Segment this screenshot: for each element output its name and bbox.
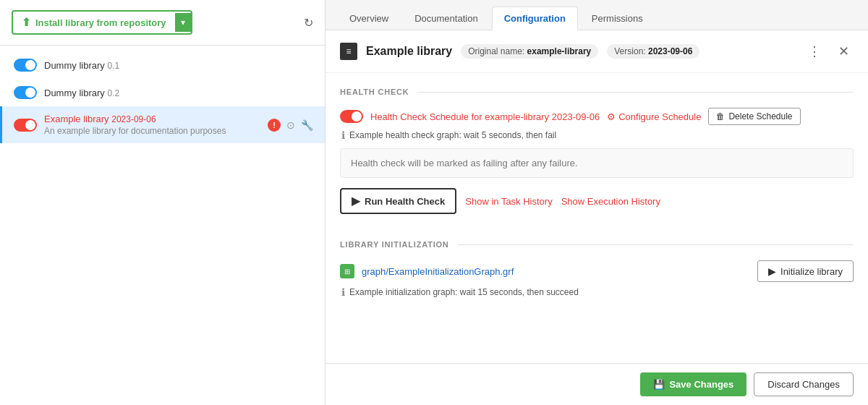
tab-permissions[interactable]: Permissions — [579, 7, 655, 30]
health-check-row: Health Check Schedule for example-librar… — [340, 108, 854, 125]
install-library-button[interactable]: ⬆ Install library from repository — [13, 12, 175, 33]
trash-icon: 🗑 — [716, 111, 725, 122]
settings-icon[interactable]: ⊙ — [286, 119, 295, 131]
library-info-3: Example library 2023-09-06 An example li… — [44, 114, 260, 136]
initialize-library-button[interactable]: ▶ Initialize library — [757, 260, 854, 282]
show-task-history-button[interactable]: Show in Task History — [465, 196, 552, 207]
info-icon: ℹ — [341, 129, 345, 141]
footer: 💾 Save Changes Discard Changes — [326, 363, 868, 405]
left-panel: ⬆ Install library from repository ▾ ↻ Du… — [0, 0, 326, 405]
health-check-info-text: Example health check graph: wait 5 secon… — [349, 130, 556, 140]
original-name-badge: Original name: example-library — [461, 44, 598, 59]
library-list: Dummy library 0.1 Dummy library 0.2 Exam… — [0, 46, 325, 405]
run-health-check-button[interactable]: ▶ Run Health Check — [340, 188, 456, 214]
close-button[interactable]: ✕ — [834, 40, 854, 62]
library-icon: ≡ — [340, 43, 357, 60]
content-area: ≡ Example library Original name: example… — [326, 30, 868, 363]
health-check-actions-row: ▶ Run Health Check Show in Task History … — [340, 188, 854, 214]
save-changes-button[interactable]: 💾 Save Changes — [640, 372, 746, 396]
library-item[interactable]: Dummy library 0.2 — [0, 79, 325, 106]
library-item-active[interactable]: Example library 2023-09-06 An example li… — [0, 106, 325, 143]
library-init-section-title: LIBRARY INITIALIZATION — [340, 240, 449, 249]
discard-changes-button[interactable]: Discard Changes — [754, 372, 854, 396]
graph-icon: ⊞ — [340, 264, 354, 278]
library-name-2: Dummy library 0.2 — [44, 88, 313, 98]
install-library-dropdown-button[interactable]: ▾ — [175, 13, 191, 32]
library-toggle-1[interactable] — [14, 59, 37, 72]
library-actions-3: ! ⊙ 🔧 — [268, 119, 313, 132]
section-line — [418, 92, 854, 93]
play-circle-icon: ▶ — [768, 265, 776, 277]
download-icon: ⬆ — [22, 16, 31, 29]
health-check-divider: HEALTH CHECK — [340, 88, 854, 96]
health-check-info-row: ℹ Example health check graph: wait 5 sec… — [341, 129, 854, 141]
health-check-toggle[interactable] — [340, 110, 363, 123]
install-btn-group: ⬆ Install library from repository ▾ — [12, 10, 192, 35]
init-row: ⊞ graph/ExampleInitializationGraph.grf ▶… — [340, 260, 854, 282]
left-header: ⬆ Install library from repository ▾ ↻ — [0, 0, 325, 46]
refresh-button[interactable]: ↻ — [304, 16, 313, 30]
delete-schedule-button[interactable]: 🗑 Delete Schedule — [708, 108, 800, 125]
save-icon: 💾 — [653, 379, 665, 390]
version-badge: Version: 2023-09-06 — [607, 44, 699, 59]
graph-link[interactable]: graph/ExampleInitializationGraph.grf — [362, 266, 514, 277]
library-desc-3: An example library for documentation pur… — [44, 126, 260, 136]
library-init-section: LIBRARY INITIALIZATION ⊞ graph/ExampleIn… — [326, 226, 868, 317]
wrench-icon[interactable]: 🔧 — [301, 119, 313, 131]
install-library-label: Install library from repository — [35, 17, 166, 28]
more-options-button[interactable]: ⋮ — [804, 40, 825, 62]
section-line-2 — [458, 244, 854, 245]
play-icon: ▶ — [352, 195, 360, 208]
library-name-1: Dummy library 0.1 — [44, 60, 313, 71]
library-detail-title: Example library — [366, 45, 452, 58]
health-check-description-box: Health check will be marked as failing a… — [340, 148, 854, 178]
health-check-schedule-name: Health Check Schedule for example-librar… — [370, 111, 600, 122]
tabs-bar: Overview Documentation Configuration Per… — [326, 0, 868, 30]
health-check-section-title: HEALTH CHECK — [340, 88, 409, 96]
library-info-1: Dummy library 0.1 — [44, 60, 313, 71]
tab-documentation[interactable]: Documentation — [402, 7, 490, 30]
library-name-3: Example library 2023-09-06 — [44, 114, 260, 124]
configure-schedule-button[interactable]: ⚙ Configure Schedule — [607, 111, 701, 122]
tab-overview[interactable]: Overview — [337, 7, 401, 30]
library-item[interactable]: Dummy library 0.1 — [0, 51, 325, 79]
library-toggle-2[interactable] — [14, 86, 37, 99]
library-toggle-3[interactable] — [14, 119, 37, 132]
library-detail-header: ≡ Example library Original name: example… — [326, 30, 868, 73]
tab-configuration[interactable]: Configuration — [492, 7, 578, 30]
library-info-2: Dummy library 0.2 — [44, 88, 313, 98]
init-info-text: Example initialization graph: wait 15 se… — [349, 287, 579, 297]
health-check-section: HEALTH CHECK Health Check Schedule for e… — [326, 73, 868, 226]
show-execution-history-button[interactable]: Show Execution History — [561, 196, 660, 207]
info-icon-2: ℹ — [341, 286, 345, 298]
gear-icon: ⚙ — [607, 111, 616, 122]
error-badge: ! — [268, 119, 281, 132]
library-init-divider: LIBRARY INITIALIZATION — [340, 240, 854, 249]
init-info-row: ℹ Example initialization graph: wait 15 … — [341, 286, 854, 298]
right-panel: Overview Documentation Configuration Per… — [326, 0, 868, 405]
